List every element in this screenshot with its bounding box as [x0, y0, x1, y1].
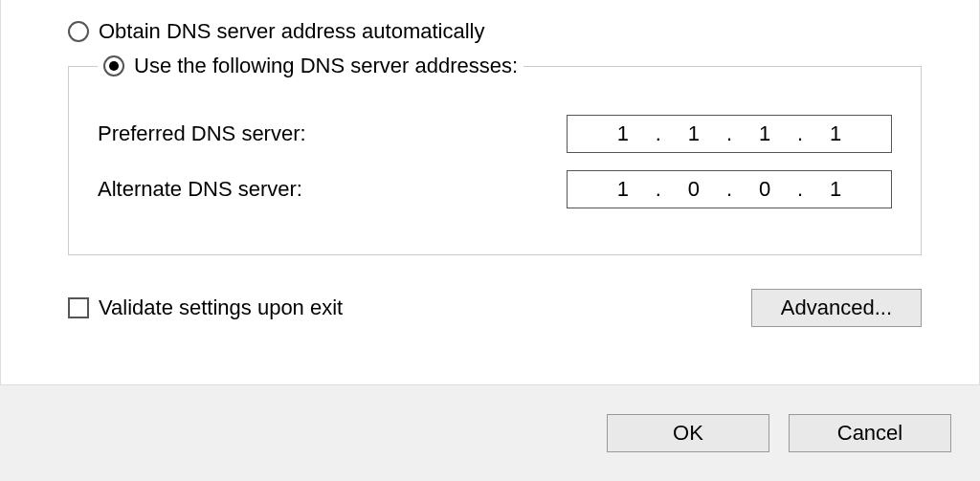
dot-icon: . [726, 121, 732, 146]
dns-groupbox: Use the following DNS server addresses: … [68, 54, 922, 255]
alternate-dns-label: Alternate DNS server: [98, 177, 423, 202]
radio-obtain-label: Obtain DNS server address automatically [99, 19, 485, 44]
preferred-dns-octet-3[interactable] [736, 121, 793, 146]
advanced-button[interactable]: Advanced... [751, 289, 922, 327]
alternate-dns-octet-1[interactable] [594, 177, 652, 202]
dot-icon: . [656, 121, 661, 146]
validate-label: Validate settings upon exit [99, 295, 343, 320]
validate-checkbox[interactable]: Validate settings upon exit [68, 295, 343, 320]
preferred-dns-label: Preferred DNS server: [98, 121, 423, 146]
validate-row: Validate settings upon exit Advanced... [68, 289, 922, 327]
radio-use-following[interactable]: Use the following DNS server addresses: [98, 54, 523, 78]
preferred-dns-octet-1[interactable] [594, 121, 652, 146]
checkbox-icon [68, 297, 89, 318]
cancel-button[interactable]: Cancel [789, 414, 951, 452]
preferred-dns-octet-2[interactable] [665, 121, 723, 146]
alternate-dns-input[interactable]: . . . [567, 170, 892, 208]
preferred-dns-octet-4[interactable] [807, 121, 864, 146]
preferred-dns-row: Preferred DNS server: . . . [98, 115, 892, 153]
ok-button[interactable]: OK [607, 414, 769, 452]
alternate-dns-octet-2[interactable] [665, 177, 723, 202]
dialog-panel: Obtain DNS server address automatically … [0, 0, 980, 385]
dot-icon: . [726, 177, 732, 202]
alternate-dns-row: Alternate DNS server: . . . [98, 170, 892, 208]
alternate-dns-octet-3[interactable] [736, 177, 793, 202]
dot-icon: . [797, 121, 803, 146]
dot-icon: . [797, 177, 803, 202]
radio-use-label: Use the following DNS server addresses: [134, 54, 518, 78]
radio-obtain-auto[interactable]: Obtain DNS server address automatically [68, 19, 922, 44]
radio-icon [68, 21, 89, 42]
alternate-dns-octet-4[interactable] [807, 177, 864, 202]
dot-icon: . [656, 177, 661, 202]
radio-icon [103, 55, 124, 77]
dialog-footer: OK Cancel [0, 385, 980, 481]
preferred-dns-input[interactable]: . . . [567, 115, 892, 153]
